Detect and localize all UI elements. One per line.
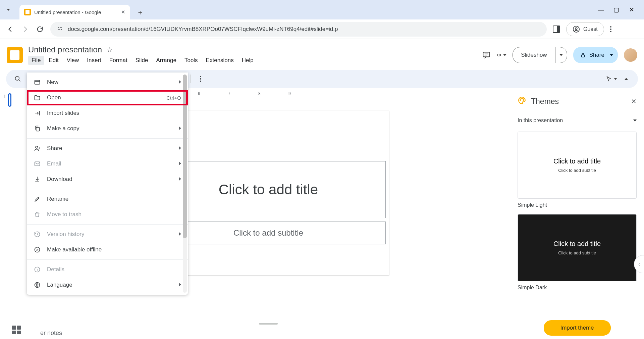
menu-file[interactable]: File [28, 56, 44, 65]
themes-panel: Themes ✕ In this presentation Click to a… [510, 90, 644, 339]
svg-rect-8 [581, 55, 584, 57]
menu-item-share[interactable]: Share [27, 141, 188, 156]
menu-insert[interactable]: Insert [84, 56, 105, 65]
omnibox[interactable]: docs.google.com/presentation/d/16GVfUDKY… [50, 22, 547, 37]
share-button[interactable]: Share [573, 47, 618, 63]
svg-rect-21 [36, 128, 40, 131]
menu-separator [27, 259, 188, 260]
forward-button[interactable] [21, 25, 30, 34]
menu-separator [27, 189, 188, 189]
window-icon [34, 79, 41, 86]
copy-icon [34, 125, 41, 132]
info-icon [34, 266, 41, 273]
theme-list: Click to add titleClick to add subtitleS… [510, 128, 644, 316]
menu-item-move-to-trash: Move to trash [27, 207, 188, 222]
svg-rect-3 [58, 29, 60, 30]
comments-icon[interactable] [482, 50, 491, 60]
import-theme-button[interactable]: Import theme [544, 320, 611, 336]
speaker-notes[interactable]: er notes [27, 323, 510, 339]
submenu-arrow-icon [179, 126, 181, 131]
pencil-icon [34, 195, 41, 203]
doc-title[interactable]: Untitled presentation [28, 45, 102, 54]
site-settings-icon[interactable] [57, 26, 63, 33]
mail-icon [34, 160, 41, 167]
back-button[interactable] [6, 25, 15, 34]
theme-card[interactable]: Click to add titleClick to add subtitle [518, 132, 637, 199]
browser-menu-icon[interactable] [610, 26, 611, 32]
ruler-mark: 7 [228, 91, 230, 96]
menu-item-open[interactable]: OpenCtrl+O [27, 90, 188, 105]
menu-view[interactable]: View [63, 56, 83, 65]
svg-rect-6 [483, 52, 490, 57]
menu-edit[interactable]: Edit [45, 56, 62, 65]
globe-icon [34, 281, 41, 289]
menu-item-version-history: Version history [27, 227, 188, 242]
collapse-toolbar-icon[interactable] [621, 73, 632, 85]
tabs-chevron[interactable] [0, 0, 17, 19]
svg-point-19 [523, 100, 524, 100]
menu-item-new[interactable]: New [27, 75, 188, 90]
menu-item-details: Details [27, 262, 188, 277]
menu-item-rename[interactable]: Rename [27, 191, 188, 207]
menu-format[interactable]: Format [106, 56, 131, 65]
close-icon[interactable]: ✕ [121, 9, 125, 15]
slide-thumbnail[interactable] [8, 93, 11, 107]
ruler-mark: 6 [198, 91, 200, 96]
menubar: FileEditViewInsertFormatSlideArrangeTool… [28, 56, 257, 65]
download-icon [34, 176, 41, 183]
submenu-arrow-icon [179, 283, 181, 287]
svg-point-24 [35, 247, 40, 252]
svg-point-22 [36, 146, 38, 148]
minimize-icon[interactable]: — [598, 7, 604, 13]
svg-point-18 [523, 98, 523, 99]
svg-point-16 [520, 100, 521, 100]
slide-number: 1 [3, 93, 6, 107]
menu-slide[interactable]: Slide [132, 56, 152, 65]
browser-tab[interactable]: Untitled presentation - Google ✕ [19, 5, 130, 19]
star-icon[interactable]: ☆ [107, 46, 113, 54]
slideshow-button[interactable]: Slideshow [513, 47, 555, 63]
menu-item-make-a-copy[interactable]: Make a copy [27, 121, 188, 136]
svg-rect-1 [60, 27, 62, 28]
menu-item-download[interactable]: Download [27, 172, 188, 187]
avatar[interactable] [624, 48, 637, 62]
new-tab-button[interactable]: + [133, 6, 147, 19]
menu-help[interactable]: Help [238, 56, 257, 65]
search-menus-icon[interactable] [12, 73, 23, 85]
offline-icon [34, 246, 41, 253]
slideshow-dropdown[interactable] [555, 47, 567, 63]
themes-section-toggle[interactable]: In this presentation [510, 113, 644, 128]
grid-view-icon[interactable] [12, 326, 21, 334]
menu-item-make-available-offline[interactable]: Make available offline [27, 242, 188, 257]
menu-tools[interactable]: Tools [181, 56, 201, 65]
slides-favicon [24, 9, 31, 15]
import-icon [34, 109, 41, 117]
file-menu-dropdown: NewOpenCtrl+OImport slidesMake a copySha… [27, 72, 188, 295]
theme-card[interactable]: Click to add titleClick to add subtitle [518, 214, 637, 281]
more-icon[interactable] [195, 73, 206, 85]
menu-extensions[interactable]: Extensions [203, 56, 237, 65]
guest-profile[interactable]: Guest [566, 22, 604, 36]
side-panel-icon[interactable] [553, 26, 560, 33]
slide-panel: 1 [0, 90, 27, 339]
drag-handle-icon[interactable] [259, 323, 278, 325]
submenu-arrow-icon [179, 232, 181, 237]
menu-arrange[interactable]: Arrange [153, 56, 179, 65]
submenu-arrow-icon [179, 80, 181, 85]
reload-button[interactable] [36, 25, 44, 34]
meet-icon[interactable] [497, 50, 506, 60]
folder-icon [34, 94, 41, 101]
menu-item-email: Email [27, 156, 188, 172]
cursor-icon[interactable] [606, 73, 617, 85]
close-window-icon[interactable]: ✕ [629, 7, 635, 13]
maximize-icon[interactable]: ▢ [613, 7, 619, 13]
slides-logo-icon[interactable] [7, 47, 23, 63]
tab-title: Untitled presentation - Google [34, 9, 118, 15]
menu-item-import-slides[interactable]: Import slides [27, 105, 188, 121]
svg-point-5 [575, 28, 577, 30]
browser-tab-strip: Untitled presentation - Google ✕ + — ▢ ✕ [0, 0, 644, 19]
close-themes-icon[interactable]: ✕ [631, 97, 637, 105]
svg-rect-20 [35, 80, 40, 84]
svg-rect-7 [498, 54, 500, 56]
menu-item-language[interactable]: Language [27, 277, 188, 293]
